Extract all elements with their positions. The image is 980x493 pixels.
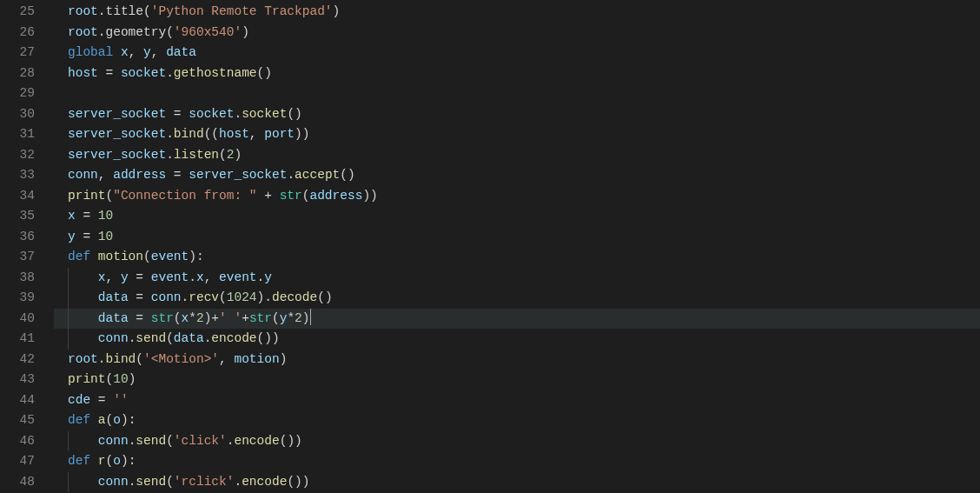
line-number: 26 bbox=[0, 23, 54, 43]
code-editor[interactable]: 2526272829303132333435363738394041424344… bbox=[0, 0, 980, 493]
code-token: ( bbox=[136, 352, 143, 366]
code-token: encode bbox=[234, 434, 279, 448]
code-line[interactable]: def motion(event): bbox=[54, 247, 980, 268]
code-token: str bbox=[151, 311, 174, 325]
code-token: 10 bbox=[98, 230, 113, 243]
code-token: o bbox=[113, 454, 121, 468]
code-token: , bbox=[106, 270, 121, 284]
code-token: . bbox=[287, 168, 295, 182]
code-line[interactable]: server_socket.listen(2) bbox=[54, 145, 980, 166]
line-number-gutter: 2526272829303132333435363738394041424344… bbox=[0, 0, 54, 493]
code-token: socket bbox=[189, 107, 234, 121]
code-token: data bbox=[98, 311, 129, 325]
code-line[interactable]: conn.send(data.encode()) bbox=[54, 329, 980, 350]
code-line[interactable]: data = conn.recv(1024).decode() bbox=[54, 288, 980, 309]
code-token: x bbox=[196, 270, 204, 284]
code-token: listen bbox=[174, 148, 219, 162]
code-token: . bbox=[234, 475, 242, 489]
code-token: ( bbox=[166, 434, 174, 448]
code-token: send bbox=[136, 475, 166, 489]
code-token: root bbox=[68, 4, 98, 18]
code-line[interactable]: conn, address = server_socket.accept() bbox=[54, 165, 980, 186]
code-line[interactable]: cde = '' bbox=[54, 390, 980, 411]
code-token: = bbox=[76, 209, 98, 223]
code-token: encode bbox=[211, 331, 256, 345]
line-number: 30 bbox=[0, 104, 54, 125]
code-token: = bbox=[129, 311, 151, 325]
code-area[interactable]: root.title('Python Remote Trackpad')root… bbox=[54, 0, 980, 493]
code-token: event bbox=[219, 270, 257, 284]
code-line[interactable]: y = 10 bbox=[54, 227, 980, 248]
code-token: ( bbox=[106, 189, 114, 203]
code-line[interactable]: conn.send('rclick'.encode()) bbox=[54, 472, 980, 493]
code-token: , bbox=[129, 45, 143, 59]
code-line[interactable]: root.geometry('960x540') bbox=[54, 23, 980, 43]
code-token: . bbox=[234, 107, 242, 121]
line-number: 40 bbox=[0, 309, 54, 330]
code-token: server_socket bbox=[189, 168, 287, 182]
code-token bbox=[90, 250, 98, 263]
code-token: ) bbox=[129, 372, 136, 386]
code-token: event bbox=[151, 270, 189, 284]
code-token: = bbox=[129, 270, 151, 284]
code-token: bind bbox=[106, 352, 136, 366]
indent-guide bbox=[68, 288, 69, 309]
code-line[interactable]: def a(o): bbox=[54, 410, 980, 431]
code-token: ) bbox=[121, 413, 129, 427]
code-token: print bbox=[68, 189, 106, 203]
code-token: 'rclick' bbox=[174, 475, 235, 489]
code-line[interactable]: x, y = event.x, event.y bbox=[54, 268, 980, 289]
code-token: 'Python Remote Trackpad' bbox=[151, 4, 333, 18]
code-token: ()) bbox=[287, 475, 309, 489]
code-token: . bbox=[166, 148, 174, 162]
code-token: str bbox=[280, 189, 302, 203]
code-line[interactable]: data = str(x*2)+' '+str(y*2) bbox=[54, 309, 980, 330]
code-token: () bbox=[257, 66, 272, 80]
code-token: ) bbox=[189, 250, 196, 263]
code-token: . bbox=[257, 270, 265, 284]
code-token: ' ' bbox=[219, 311, 242, 325]
code-token: = bbox=[129, 290, 151, 304]
code-token: , bbox=[204, 270, 219, 284]
code-token: ( bbox=[174, 311, 182, 325]
code-token: server_socket bbox=[68, 107, 166, 121]
code-token: '960x540' bbox=[174, 25, 242, 39]
code-token: ( bbox=[166, 475, 174, 489]
code-line[interactable]: root.title('Python Remote Trackpad') bbox=[54, 2, 980, 23]
code-token: .geometry( bbox=[98, 25, 174, 39]
code-token: ( bbox=[106, 413, 114, 427]
line-number: 43 bbox=[0, 370, 54, 390]
code-line[interactable]: server_socket.bind((host, port)) bbox=[54, 124, 980, 145]
code-token: host bbox=[219, 127, 249, 141]
code-line[interactable]: conn.send('click'.encode()) bbox=[54, 431, 980, 452]
line-number: 33 bbox=[0, 165, 54, 186]
code-token: def bbox=[68, 454, 90, 468]
code-token: data bbox=[166, 45, 196, 59]
code-token: ( bbox=[219, 148, 227, 162]
code-token: ( bbox=[272, 311, 280, 325]
indent-guide bbox=[68, 431, 69, 452]
code-line[interactable]: global x, y, data bbox=[54, 43, 980, 63]
code-token: . bbox=[98, 352, 106, 366]
line-number: 42 bbox=[0, 350, 54, 370]
code-token: def bbox=[68, 413, 90, 427]
code-token: . bbox=[166, 66, 174, 80]
code-line[interactable]: print(10) bbox=[54, 370, 980, 390]
code-token: ( bbox=[166, 331, 174, 345]
code-token: ) bbox=[302, 311, 310, 325]
code-line[interactable]: server_socket = socket.socket() bbox=[54, 104, 980, 125]
code-line[interactable] bbox=[54, 83, 980, 104]
code-line[interactable]: print("Connection from: " + str(address)… bbox=[54, 186, 980, 207]
code-line[interactable]: root.bind('<Motion>', motion) bbox=[54, 350, 980, 370]
code-line[interactable]: host = socket.gethostname() bbox=[54, 63, 980, 84]
code-token: address bbox=[113, 168, 166, 182]
code-token: ) bbox=[280, 352, 288, 366]
code-token: * bbox=[189, 311, 196, 325]
indent-guide bbox=[68, 472, 69, 493]
line-number: 47 bbox=[0, 451, 54, 472]
code-token: . bbox=[189, 270, 196, 284]
code-token: ( bbox=[143, 250, 151, 263]
code-line[interactable]: x = 10 bbox=[54, 206, 980, 227]
code-line[interactable]: def r(o): bbox=[54, 451, 980, 472]
code-token: : bbox=[129, 413, 136, 427]
